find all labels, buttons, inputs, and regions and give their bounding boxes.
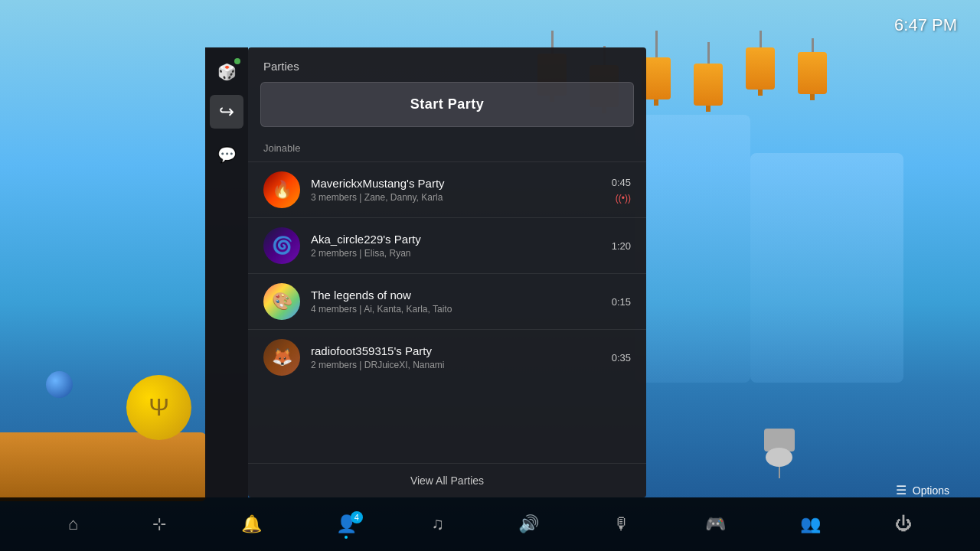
active-dot	[345, 536, 348, 539]
music-icon: ♫	[431, 514, 444, 534]
party-avatar: 🔥	[263, 171, 300, 208]
taskbar-gamepad[interactable]: ⊹	[152, 514, 166, 534]
party-time: 0:35	[612, 352, 631, 364]
taskbar: ⌂ ⊹ 🔔 👤 4 ♫ 🔊 🎙 🎮 👥 ⏻	[0, 497, 980, 551]
sidebar-item-chat[interactable]: 💬	[210, 138, 243, 171]
joinable-label: Joinable	[248, 139, 646, 161]
taskbar-home[interactable]: ⌂	[68, 514, 78, 534]
party-info: MaverickxMustang's Party 3 members | Zan…	[311, 177, 601, 203]
sidebar-item-game[interactable]: 🎲	[210, 55, 243, 89]
party-name: MaverickxMustang's Party	[311, 177, 601, 190]
parties-panel: Parties Start Party Joinable 🔥 Maverickx…	[248, 47, 646, 497]
party-time: 0:45	[612, 177, 631, 188]
bell-icon: 🔔	[241, 514, 262, 534]
taskbar-mic[interactable]: 🎙	[613, 514, 630, 534]
party-members: 3 members | Zane, Danny, Karla	[311, 192, 601, 203]
party-info: radiofoot359315's Party 2 members | DRJu…	[311, 344, 601, 370]
taskbar-bell[interactable]: 🔔	[241, 514, 262, 534]
party-meta: 0:15	[612, 296, 631, 308]
party-avatar: 🌀	[263, 227, 300, 264]
party-time: 1:20	[612, 240, 631, 252]
sidebar: 🎲 ↩ 💬	[205, 47, 248, 497]
party-meta: 0:35	[612, 352, 631, 364]
party-meta: 1:20	[612, 240, 631, 252]
party-avatar: 🦊	[263, 339, 300, 376]
taskbar-friends[interactable]: 👤 4	[336, 514, 357, 534]
party-info: The legends of now 4 members | Ai, Kanta…	[311, 289, 601, 315]
mic-icon: 🎙	[613, 514, 630, 534]
party-list-item[interactable]: 🦊 radiofoot359315's Party 2 members | DR…	[248, 329, 646, 385]
gamepad-icon: ⊹	[152, 514, 166, 534]
options-bar: ☰ Options	[896, 483, 949, 497]
party-meta: 0:45 ((•))	[612, 177, 631, 204]
controller-icon: 🎮	[705, 514, 726, 534]
taskbar-power[interactable]: ⏻	[895, 514, 912, 534]
party-list-item[interactable]: 🌀 Aka_circle229's Party 2 members | Elis…	[248, 217, 646, 273]
home-icon: ⌂	[68, 514, 78, 534]
party-time: 0:15	[612, 296, 631, 308]
party-icon: ↩	[219, 101, 234, 122]
power-icon: ⏻	[895, 514, 912, 534]
options-label[interactable]: Options	[913, 484, 949, 497]
chat-icon: 💬	[217, 145, 237, 164]
taskbar-music[interactable]: ♫	[431, 514, 444, 534]
party-name: The legends of now	[311, 289, 601, 302]
friends-badge: 4	[351, 511, 363, 523]
view-all-parties-button[interactable]: View All Parties	[248, 463, 646, 497]
online-dot	[234, 58, 240, 64]
start-party-button[interactable]: Start Party	[260, 82, 634, 127]
taskbar-volume[interactable]: 🔊	[518, 514, 539, 534]
party-members: 2 members | Elisa, Ryan	[311, 248, 601, 259]
party-avatar: 🎨	[263, 283, 300, 320]
party-name: radiofoot359315's Party	[311, 344, 601, 357]
party-list-item[interactable]: 🎨 The legends of now 4 members | Ai, Kan…	[248, 273, 646, 329]
time-display: 6:47 PM	[894, 15, 957, 35]
profile-icon: 👥	[800, 514, 821, 534]
taskbar-controller[interactable]: 🎮	[705, 514, 726, 534]
taskbar-profile[interactable]: 👥	[800, 514, 821, 534]
speaking-indicator: ((•))	[616, 193, 631, 204]
game-icon: 🎲	[217, 63, 237, 81]
party-list: 🔥 MaverickxMustang's Party 3 members | Z…	[248, 161, 646, 463]
options-icon: ☰	[896, 483, 906, 497]
volume-icon: 🔊	[518, 514, 539, 534]
party-list-item[interactable]: 🔥 MaverickxMustang's Party 3 members | Z…	[248, 161, 646, 217]
sidebar-item-party[interactable]: ↩	[210, 95, 243, 129]
party-members: 2 members | DRJuiceXI, Nanami	[311, 360, 601, 370]
party-info: Aka_circle229's Party 2 members | Elisa,…	[311, 233, 601, 259]
party-name: Aka_circle229's Party	[311, 233, 601, 246]
party-members: 4 members | Ai, Kanta, Karla, Taito	[311, 304, 601, 315]
panel-header: Parties	[248, 47, 646, 82]
